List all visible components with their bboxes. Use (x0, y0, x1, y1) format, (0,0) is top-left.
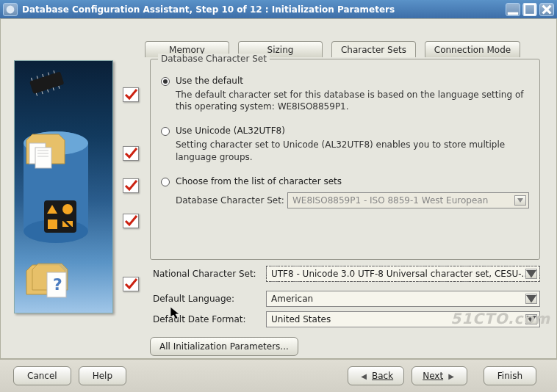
all-init-params-button[interactable]: All Initialization Parameters... (150, 337, 298, 356)
default-language-value: American (271, 294, 313, 304)
svg-line-19 (59, 86, 60, 89)
desc-use-default: The default character set for this datab… (176, 89, 529, 112)
maximize-button[interactable] (522, 3, 537, 16)
content-area: ? Memory Sizing Character Sets Connectio… (0, 18, 557, 359)
database-charset-value: WE8ISO8859P1 - ISO 8859-1 West European (292, 195, 488, 206)
row-default-language: Default Language: American (153, 291, 540, 307)
svg-marker-36 (526, 316, 536, 324)
svg-marker-33 (517, 198, 523, 203)
default-date-format-combo[interactable]: United States (266, 311, 540, 327)
svg-line-14 (54, 70, 54, 73)
wizard-step-panel: ? (14, 60, 113, 313)
radio-use-unicode[interactable] (161, 127, 170, 136)
step-check-3 (123, 178, 139, 193)
default-language-combo[interactable]: American (266, 291, 540, 307)
radio-use-default-label: Use the default (176, 76, 243, 86)
minimize-button[interactable] (506, 3, 520, 16)
triangle-left-icon: ◀ (361, 372, 367, 380)
database-charset-group: Database Character Set Use the default T… (150, 59, 540, 260)
default-date-format-label: Default Date Format: (153, 314, 266, 324)
row-default-date-format: Default Date Format: United States (153, 311, 540, 327)
national-charset-label: National Character Set: (153, 269, 266, 279)
svg-rect-1 (508, 12, 518, 15)
close-button[interactable] (539, 3, 554, 16)
cancel-button[interactable]: Cancel (13, 366, 71, 385)
radio-use-unicode-label: Use Unicode (AL32UTF8) (176, 126, 285, 136)
svg-line-17 (48, 90, 48, 92)
national-charset-combo[interactable]: UTF8 - Unicode 3.0 UTF-8 Universal chara… (266, 266, 540, 282)
step-check-1 (123, 87, 139, 102)
radio-row-default[interactable]: Use the default (161, 76, 529, 86)
window-menu-icon[interactable] (3, 3, 18, 16)
triangle-right-icon: ▶ (448, 372, 454, 380)
button-bar: Cancel Help ◀Back Next▶ Finish (0, 359, 557, 392)
desc-use-unicode: Setting character set to Unicode (AL32UT… (176, 139, 529, 162)
tab-character-sets[interactable]: Character Sets (331, 41, 416, 57)
next-button[interactable]: Next▶ (412, 366, 467, 385)
svg-rect-9 (29, 71, 64, 94)
radio-use-default[interactable] (161, 77, 170, 86)
svg-line-11 (37, 76, 37, 79)
svg-point-0 (7, 5, 15, 13)
chevron-down-icon[interactable] (525, 269, 537, 279)
chevron-down-icon[interactable] (525, 314, 537, 324)
tab-connection-mode[interactable]: Connection Mode (425, 41, 520, 57)
default-language-label: Default Language: (153, 294, 266, 304)
radio-choose-list-label: Choose from the list of character sets (176, 176, 342, 186)
chevron-down-icon (514, 195, 526, 206)
step-check-4 (123, 214, 139, 228)
radio-row-unicode[interactable]: Use Unicode (AL32UTF8) (161, 126, 529, 136)
svg-marker-34 (526, 270, 536, 278)
radio-row-choose-list[interactable]: Choose from the list of character sets (161, 176, 529, 186)
back-button[interactable]: ◀Back (348, 366, 404, 385)
svg-rect-28 (48, 219, 57, 229)
national-charset-value: UTF8 - Unicode 3.0 UTF-8 Universal chara… (271, 269, 530, 279)
svg-rect-2 (525, 4, 535, 14)
step-check-2 (123, 146, 139, 161)
window-title: Database Configuration Assistant, Step 1… (22, 4, 503, 15)
group-legend: Database Character Set (158, 54, 270, 64)
svg-marker-35 (526, 295, 536, 303)
row-national-charset: National Character Set: UTF8 - Unicode 3… (153, 266, 540, 282)
svg-point-27 (62, 204, 73, 214)
finish-button[interactable]: Finish (484, 366, 536, 385)
svg-line-16 (42, 91, 43, 94)
svg-line-18 (53, 87, 54, 90)
svg-text:?: ? (53, 275, 62, 294)
help-button[interactable]: Help (79, 366, 126, 385)
default-date-format-value: United States (271, 314, 331, 324)
step-check-5 (123, 277, 139, 291)
svg-line-10 (32, 78, 32, 81)
database-charset-combo: WE8ISO8859P1 - ISO 8859-1 West European (287, 192, 529, 208)
svg-line-12 (43, 74, 43, 77)
database-charset-label: Database Character Set: (176, 195, 287, 206)
svg-line-13 (48, 73, 48, 76)
svg-line-15 (36, 93, 37, 96)
radio-choose-list[interactable] (161, 178, 170, 186)
chevron-down-icon[interactable] (525, 294, 537, 304)
title-bar: Database Configuration Assistant, Step 1… (0, 0, 557, 18)
